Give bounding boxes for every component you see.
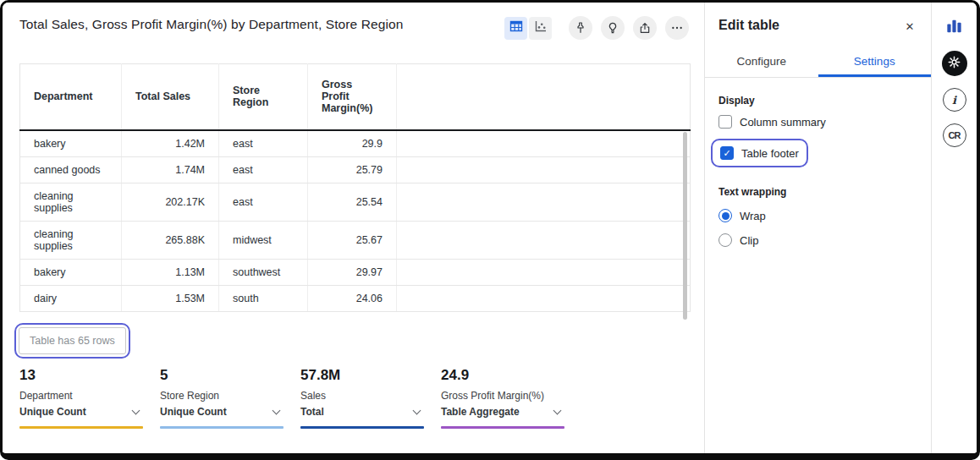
cell-department[interactable]: cleaning supplies bbox=[20, 183, 122, 221]
card-label: Gross Profit Margin(%) bbox=[441, 390, 564, 402]
cell-total-sales[interactable]: 1.42M bbox=[122, 130, 219, 157]
card-aggregation-label: Unique Count bbox=[160, 406, 227, 418]
table-row[interactable]: canned goods 1.74M east 25.79 bbox=[20, 156, 691, 183]
data-table: Department Total Sales Store Region Gros… bbox=[19, 63, 691, 312]
more-button[interactable] bbox=[665, 16, 689, 40]
cell-gross-profit-margin[interactable]: 24.06 bbox=[308, 285, 397, 311]
pin-icon bbox=[574, 21, 587, 35]
cell-department[interactable]: cleaning supplies bbox=[20, 221, 122, 259]
table-row[interactable]: bakery 1.13M southwest 29.97 bbox=[20, 259, 691, 285]
share-button[interactable] bbox=[633, 16, 657, 40]
format-settings-rail-button[interactable] bbox=[942, 51, 967, 76]
card-underline bbox=[19, 426, 143, 429]
table-row[interactable]: cleaning supplies 265.88K midwest 25.67 bbox=[20, 221, 691, 259]
cell-department[interactable]: bakery bbox=[20, 130, 122, 157]
table-footer-text: Table has 65 rows bbox=[30, 335, 115, 347]
cell-store-region[interactable]: east bbox=[219, 183, 308, 221]
share-icon bbox=[638, 21, 652, 35]
column-header-store-region[interactable]: Store Region bbox=[219, 64, 308, 130]
close-icon: ✕ bbox=[906, 20, 915, 33]
cell-store-region[interactable]: east bbox=[219, 130, 308, 157]
table-view-button[interactable] bbox=[504, 17, 527, 40]
cell-gross-profit-margin[interactable]: 25.67 bbox=[308, 221, 397, 259]
card-value: 57.8M bbox=[300, 367, 424, 384]
cell-gross-profit-margin[interactable]: 29.97 bbox=[308, 259, 397, 285]
table-footer-annotation: Table has 65 rows bbox=[14, 323, 130, 359]
panel-tabs: Configure Settings bbox=[705, 47, 931, 78]
summary-card-sales: 57.8M Sales Total bbox=[300, 367, 424, 429]
table-scrollbar[interactable] bbox=[683, 132, 687, 320]
card-aggregation-selector[interactable]: Unique Count bbox=[160, 406, 284, 418]
charts-rail-button[interactable] bbox=[944, 16, 964, 39]
tab-configure[interactable]: Configure bbox=[705, 47, 818, 77]
table-header-row: Department Total Sales Store Region Gros… bbox=[20, 64, 691, 130]
cell-empty bbox=[397, 156, 691, 183]
panel-body: Display Column summary Table footer Text… bbox=[705, 95, 931, 247]
cell-store-region[interactable]: south bbox=[219, 285, 308, 311]
cell-total-sales[interactable]: 1.74M bbox=[122, 156, 219, 183]
clip-option[interactable]: Clip bbox=[718, 233, 917, 247]
info-rail-button[interactable]: i bbox=[943, 88, 966, 112]
wrap-label: Wrap bbox=[740, 210, 766, 222]
cell-total-sales[interactable]: 202.17K bbox=[122, 183, 219, 221]
card-aggregation-selector[interactable]: Total bbox=[300, 406, 424, 418]
cell-total-sales[interactable]: 265.88K bbox=[122, 221, 219, 259]
summary-card-gross-profit-margin: 24.9 Gross Profit Margin(%) Table Aggreg… bbox=[441, 367, 564, 429]
column-summary-checkbox[interactable] bbox=[718, 115, 732, 129]
cell-gross-profit-margin[interactable]: 25.79 bbox=[308, 156, 397, 183]
lightbulb-button[interactable] bbox=[601, 16, 625, 40]
column-header-gross-profit-margin[interactable]: Gross Profit Margin(%) bbox=[308, 64, 397, 130]
cell-store-region[interactable]: southwest bbox=[219, 259, 308, 285]
card-label: Sales bbox=[300, 390, 424, 402]
table-footer-option[interactable]: Table footer bbox=[720, 146, 799, 160]
card-value: 5 bbox=[160, 367, 284, 384]
card-value: 13 bbox=[19, 367, 143, 384]
card-label: Department bbox=[19, 390, 143, 402]
right-icon-rail: i CR bbox=[931, 3, 977, 453]
chart-view-button[interactable] bbox=[529, 17, 552, 40]
column-header-empty bbox=[397, 64, 691, 130]
card-aggregation-selector[interactable]: Table Aggregate bbox=[441, 406, 564, 418]
card-aggregation-selector[interactable]: Unique Count bbox=[19, 406, 143, 418]
tab-settings[interactable]: Settings bbox=[818, 47, 932, 77]
column-summary-option[interactable]: Column summary bbox=[718, 115, 917, 129]
close-panel-button[interactable]: ✕ bbox=[900, 17, 919, 36]
table-row[interactable]: cleaning supplies 202.17K east 25.54 bbox=[20, 183, 691, 221]
cr-logo: CR bbox=[949, 130, 961, 140]
summary-card-store-region: 5 Store Region Unique Count bbox=[160, 367, 284, 429]
table-footer-checkbox[interactable] bbox=[720, 146, 734, 160]
edit-table-panel: Edit table ✕ Configure Settings Display … bbox=[704, 3, 931, 453]
cell-gross-profit-margin[interactable]: 29.9 bbox=[308, 130, 397, 157]
cell-gross-profit-margin[interactable]: 25.54 bbox=[308, 183, 397, 221]
table-row[interactable]: bakery 1.42M east 29.9 bbox=[20, 130, 691, 157]
column-header-department[interactable]: Department bbox=[20, 64, 122, 130]
cell-department[interactable]: dairy bbox=[20, 285, 122, 311]
card-aggregation-label: Table Aggregate bbox=[441, 406, 520, 418]
wrap-option[interactable]: Wrap bbox=[718, 209, 917, 222]
summary-card-department: 13 Department Unique Count bbox=[19, 367, 143, 429]
clip-radio[interactable] bbox=[718, 233, 732, 247]
card-aggregation-label: Unique Count bbox=[19, 406, 86, 418]
table-view-icon bbox=[509, 19, 523, 36]
cell-department[interactable]: bakery bbox=[20, 259, 122, 285]
card-label: Store Region bbox=[160, 390, 284, 402]
card-underline bbox=[160, 426, 284, 429]
card-underline bbox=[441, 426, 564, 429]
panel-title: Edit table bbox=[705, 3, 931, 33]
cell-store-region[interactable]: midwest bbox=[219, 221, 308, 259]
cr-logo-button[interactable]: CR bbox=[943, 123, 966, 147]
cell-department[interactable]: canned goods bbox=[20, 156, 122, 183]
page-title: Total Sales, Gross Profit Margin(%) by D… bbox=[19, 17, 403, 32]
column-header-total-sales[interactable]: Total Sales bbox=[122, 64, 219, 130]
cell-store-region[interactable]: east bbox=[219, 156, 308, 183]
pin-button[interactable] bbox=[569, 16, 592, 40]
cell-empty bbox=[397, 130, 691, 157]
wrap-radio[interactable] bbox=[718, 209, 732, 222]
clip-label: Clip bbox=[740, 234, 758, 247]
cell-total-sales[interactable]: 1.53M bbox=[122, 285, 219, 311]
table-row[interactable]: dairy 1.53M south 24.06 bbox=[20, 285, 691, 311]
cell-empty bbox=[397, 285, 691, 311]
cell-empty bbox=[397, 221, 691, 259]
info-icon: i bbox=[952, 94, 956, 107]
cell-total-sales[interactable]: 1.13M bbox=[122, 259, 219, 285]
